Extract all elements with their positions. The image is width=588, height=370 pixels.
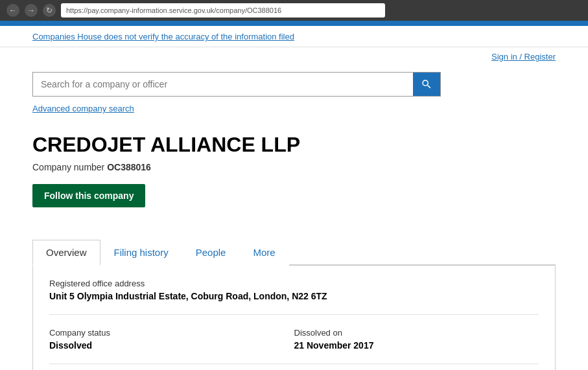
registered-office-section: Registered office address Unit 5 Olympia…	[49, 279, 539, 301]
back-button[interactable]: ←	[6, 4, 19, 17]
registered-office-label: Registered office address	[49, 279, 539, 288]
sign-in-bar: Sign in / Register	[0, 47, 588, 65]
refresh-button[interactable]: ↻	[43, 4, 56, 17]
company-status-label: Company status	[49, 328, 294, 338]
dissolved-on-col: Dissolved on 21 November 2017	[294, 328, 539, 351]
company-number-label: Company number	[32, 162, 104, 172]
tab-filing-history[interactable]: Filing history	[100, 240, 182, 266]
notice-link[interactable]: Companies House does not verify the accu…	[32, 32, 294, 41]
browser-chrome: ← → ↻ https://pay.company-information.se…	[0, 0, 588, 21]
search-section: Advanced company search	[0, 65, 588, 126]
search-input[interactable]	[33, 73, 413, 96]
status-row: Company status Dissolved Dissolved on 21…	[49, 328, 539, 351]
tab-people[interactable]: People	[182, 240, 240, 266]
registered-office-value: Unit 5 Olympia Industrial Estate, Coburg…	[49, 291, 539, 301]
company-number-line: Company number OC388016	[32, 162, 556, 172]
company-status-col: Company status Dissolved	[49, 328, 294, 351]
dissolved-on-label: Dissolved on	[294, 328, 539, 338]
company-number-value: OC388016	[107, 162, 151, 172]
notice-bar: Companies House does not verify the accu…	[0, 26, 588, 47]
company-status-value: Dissolved	[49, 340, 294, 351]
divider-2	[49, 364, 539, 364]
tabs-section: Overview Filing history People More	[0, 227, 588, 266]
company-name: CREDOJET ALLIANCE LLP	[32, 133, 556, 157]
tab-more[interactable]: More	[239, 240, 288, 266]
tabs-nav: Overview Filing history People More	[32, 240, 556, 266]
sign-in-link[interactable]: Sign in / Register	[491, 52, 556, 62]
dissolved-on-value: 21 November 2017	[294, 340, 539, 351]
tab-overview[interactable]: Overview	[32, 240, 100, 266]
url-text: https://pay.company-information.service.…	[66, 6, 281, 14]
follow-company-button[interactable]: Follow this company	[32, 184, 145, 207]
search-button[interactable]	[413, 73, 440, 96]
page-wrapper: Companies House does not verify the accu…	[0, 21, 588, 370]
advanced-search-link-wrapper: Advanced company search	[32, 103, 556, 113]
top-banner	[0, 21, 588, 26]
address-bar[interactable]: https://pay.company-information.service.…	[61, 3, 385, 17]
content-card: Registered office address Unit 5 Olympia…	[32, 266, 556, 370]
forward-button[interactable]: →	[25, 4, 38, 17]
company-section: CREDOJET ALLIANCE LLP Company number OC3…	[0, 126, 588, 227]
search-icon	[421, 78, 432, 90]
divider-1	[49, 314, 539, 315]
search-box	[32, 72, 441, 97]
advanced-search-link[interactable]: Advanced company search	[32, 104, 134, 113]
